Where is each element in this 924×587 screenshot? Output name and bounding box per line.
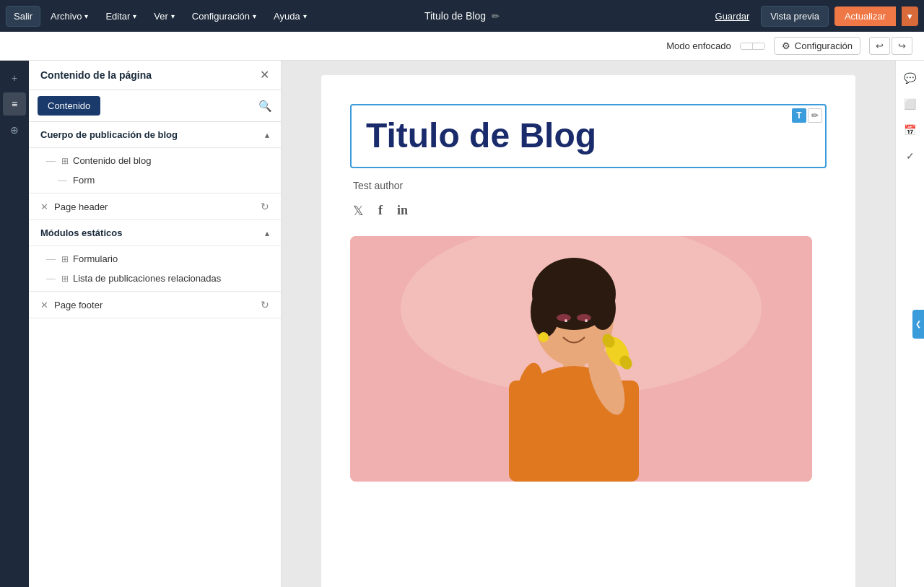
configuracion-chevron: ▾ xyxy=(253,12,256,20)
section-blog-items: — ⊞ Contenido del blog — Form xyxy=(29,148,281,194)
svg-point-14 xyxy=(577,314,591,321)
section-blog-chevron-up: ▴ xyxy=(265,130,269,140)
blog-image-svg xyxy=(350,236,812,482)
section-modulos-title: Módulos estáticos xyxy=(40,227,122,238)
sidebar: Contenido de la página ✕ Contenido 🔍 Cue… xyxy=(29,61,282,587)
ayuda-label: Ayuda xyxy=(274,11,300,22)
cursor-button[interactable]: ⊕ xyxy=(3,118,26,142)
salir-button[interactable]: Salir xyxy=(6,6,40,27)
page-footer-x-icon: ✕ xyxy=(40,300,48,310)
ver-label: Ver xyxy=(154,11,168,22)
editar-label: Editar xyxy=(105,11,130,22)
tree-connector-1: — xyxy=(46,155,56,166)
tree-item-form[interactable]: — Form xyxy=(29,170,281,190)
configuracion-toolbar-label: Configuración xyxy=(795,40,853,51)
grid-icon-2: ⊞ xyxy=(61,254,69,264)
page-header-label: Page header xyxy=(54,201,108,212)
page-title-text: Titulo de Blog xyxy=(424,10,486,22)
undo-button[interactable]: ↩ xyxy=(869,37,890,55)
page-header-refresh-icon[interactable]: ↻ xyxy=(261,201,269,212)
social-icons: 𝕏 f in xyxy=(353,203,827,219)
editar-chevron: ▾ xyxy=(133,12,136,20)
toggle-btn-2[interactable] xyxy=(752,43,764,49)
actualizar-dropdown-button[interactable]: ▾ xyxy=(902,6,918,26)
section-modulos-items: — ⊞ Formulario — ⊞ Lista de publicacione… xyxy=(29,246,281,292)
svg-point-19 xyxy=(539,332,549,342)
title-edit-icon[interactable]: ✏ xyxy=(492,11,500,22)
section-blog-header[interactable]: Cuerpo de publicación de blog ▴ xyxy=(29,122,281,148)
section-modulos-chevron-up: ▴ xyxy=(265,228,269,238)
badge-edit-button[interactable]: ✏ xyxy=(808,108,822,123)
actualizar-button[interactable]: Actualizar xyxy=(834,6,896,26)
svg-point-4 xyxy=(531,287,559,337)
blog-title-block[interactable]: Titulo de Blog T ✏ xyxy=(350,104,827,168)
configuracion-label: Configuración xyxy=(192,11,250,22)
page-title-display: Titulo de Blog ✏ xyxy=(424,10,500,22)
right-panel-comment-button[interactable]: 💬 xyxy=(899,66,922,90)
sidebar-search-row: Contenido 🔍 xyxy=(29,90,281,122)
sidebar-close-button[interactable]: ✕ xyxy=(260,69,269,81)
configuracion-toolbar-button[interactable]: ⚙ Configuración xyxy=(774,37,860,55)
blog-title-badge: T ✏ xyxy=(792,108,822,123)
tree-connector-3: — xyxy=(46,253,56,264)
undo-redo-group: ↩ ↪ xyxy=(869,37,912,55)
guardar-button[interactable]: Guardar xyxy=(710,6,756,26)
sidebar-search-button[interactable]: 🔍 xyxy=(258,100,272,113)
actualizar-chevron-icon: ▾ xyxy=(907,11,912,22)
sidebar-header: Contenido de la página ✕ xyxy=(29,61,281,90)
right-panel-calendar-button[interactable]: 📅 xyxy=(899,118,922,142)
redo-button[interactable]: ↪ xyxy=(892,37,912,55)
add-module-button[interactable]: + xyxy=(3,66,26,90)
right-panel: ❮ 💬 ⬜ 📅 ✓ xyxy=(895,61,924,587)
section-blog-title: Cuerpo de publicación de blog xyxy=(40,129,178,140)
ver-chevron: ▾ xyxy=(171,12,175,20)
ayuda-menu[interactable]: Ayuda ▾ xyxy=(266,6,314,26)
linkedin-icon[interactable]: in xyxy=(397,203,408,219)
secondary-toolbar: Modo enfocado ⚙ Configuración ↩ ↪ xyxy=(0,32,924,61)
toggle-btn-1[interactable] xyxy=(741,43,752,49)
archivo-menu[interactable]: Archivo ▾ xyxy=(43,6,95,26)
page-header-x-icon: ✕ xyxy=(40,201,48,212)
expand-canvas-button[interactable]: ❮ xyxy=(912,310,924,339)
ver-menu[interactable]: Ver ▾ xyxy=(147,6,182,26)
layers-button[interactable]: ≡ xyxy=(3,92,26,116)
right-panel-layout-button[interactable]: ⬜ xyxy=(899,92,922,116)
vista-previa-button[interactable]: Vista previa xyxy=(761,6,829,27)
ayuda-chevron: ▾ xyxy=(303,12,307,20)
sidebar-title: Contenido de la página xyxy=(40,69,152,81)
tree-connector-2: — xyxy=(58,175,67,186)
grid-icon-1: ⊞ xyxy=(61,156,69,166)
grid-icon-3: ⊞ xyxy=(61,274,69,284)
page-header-left: ✕ Page header xyxy=(40,201,108,212)
author-line: Test author xyxy=(353,180,827,191)
tree-label-contenido-blog: Contenido del blog xyxy=(73,155,151,166)
page-header-row[interactable]: ✕ Page header ↻ xyxy=(29,194,281,220)
blog-image xyxy=(350,236,812,482)
twitter-icon[interactable]: 𝕏 xyxy=(353,203,364,219)
main-layout: + ≡ ⊕ Contenido de la página ✕ Contenido… xyxy=(0,61,924,587)
canvas-area: Titulo de Blog T ✏ Test author 𝕏 f in xyxy=(282,61,895,587)
page-footer-label: Page footer xyxy=(54,300,103,310)
blog-title-text: Titulo de Blog xyxy=(366,117,811,155)
editar-menu[interactable]: Editar ▾ xyxy=(98,6,144,26)
page-footer-row[interactable]: ✕ Page footer ↻ xyxy=(29,292,281,318)
section-modulos-header[interactable]: Módulos estáticos ▴ xyxy=(29,220,281,246)
contenido-tab[interactable]: Contenido xyxy=(38,96,100,116)
toggle-group xyxy=(740,43,765,50)
page-footer-refresh-icon[interactable]: ↻ xyxy=(261,299,269,310)
archivo-label: Archivo xyxy=(51,11,82,22)
page-footer-left: ✕ Page footer xyxy=(40,300,103,310)
modo-enfocado-label: Modo enfocado xyxy=(666,40,731,51)
tree-item-formulario[interactable]: — ⊞ Formulario xyxy=(29,249,281,269)
tree-item-publicaciones[interactable]: — ⊞ Lista de publicaciones relacionadas xyxy=(29,269,281,288)
configuracion-menu[interactable]: Configuración ▾ xyxy=(185,6,263,26)
svg-point-5 xyxy=(590,287,616,330)
page-canvas: Titulo de Blog T ✏ Test author 𝕏 f in xyxy=(321,75,855,587)
right-panel-check-button[interactable]: ✓ xyxy=(899,144,922,168)
nav-right-actions: Guardar Vista previa Actualizar ▾ xyxy=(710,6,918,27)
tree-label-form: Form xyxy=(73,175,95,186)
facebook-icon[interactable]: f xyxy=(378,203,383,219)
tree-item-contenido-blog[interactable]: — ⊞ Contenido del blog xyxy=(29,151,281,170)
tree-connector-4: — xyxy=(46,273,56,284)
svg-point-13 xyxy=(557,314,571,321)
